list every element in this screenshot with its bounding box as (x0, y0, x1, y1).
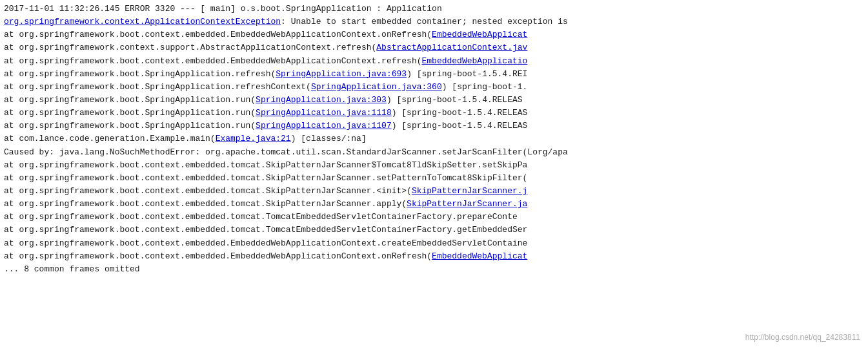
log-line-stack-16: at org.springframework.boot.context.embe… (4, 198, 864, 211)
log-line-stack-18: at org.springframework.boot.context.embe… (4, 224, 864, 237)
watermark: http://blog.csdn.net/qq_24283811 (745, 333, 860, 342)
log-line-stack-19: at org.springframework.boot.context.embe… (4, 237, 864, 250)
stack-link-6[interactable]: SpringApplication.java:693 (276, 69, 407, 79)
stack-text-7: at org.springframework.boot.SpringApplic… (4, 82, 311, 92)
log-line-stack-3: at org.springframework.boot.context.embe… (4, 28, 864, 41)
log-line-omitted: ... 8 common frames omitted (4, 263, 864, 276)
log-line-exception-root: org.springframework.context.ApplicationC… (4, 16, 864, 28)
stack-indent: at org.springframework.context.support.A… (4, 43, 376, 52)
stack-link-10[interactable]: SpringApplication.java:1107 (256, 121, 392, 131)
caused-by-text: Caused by: java.lang.NoSuchMethodError: … (4, 147, 568, 157)
log-line-header: 2017-11-01 11:32:26.145 ERROR 3320 --- [… (4, 3, 864, 16)
log-line-caused-by: Caused by: java.lang.NoSuchMethodError: … (4, 146, 864, 159)
log-line-stack-13: at org.springframework.boot.context.embe… (4, 159, 864, 172)
stack-text-11: at com.lance.code.generation.Example.mai… (4, 134, 216, 143)
stack-text-15: at org.springframework.boot.context.embe… (4, 186, 412, 196)
log-line-stack-10: at org.springframework.boot.SpringApplic… (4, 120, 864, 132)
stack-plain-13: at org.springframework.boot.context.embe… (4, 160, 527, 170)
log-line-stack-6: at org.springframework.boot.SpringApplic… (4, 68, 864, 81)
exception-class-link[interactable]: org.springframework.context.ApplicationC… (4, 17, 281, 26)
log-line-stack-15: at org.springframework.boot.context.embe… (4, 185, 864, 198)
stack-link-5[interactable]: EmbeddedWebApplicatio (422, 56, 528, 66)
stack-text-20: at org.springframework.boot.context.embe… (4, 251, 432, 261)
stack-text-10: at org.springframework.boot.SpringApplic… (4, 121, 256, 131)
log-line-stack-7: at org.springframework.boot.SpringApplic… (4, 81, 864, 94)
stack-link-9[interactable]: SpringApplication.java:1118 (256, 108, 392, 118)
stack-suffix-7: ) [spring-boot-1. (442, 82, 528, 92)
stack-suffix-11: ) [classes/:na] (291, 134, 367, 143)
stack-link-8[interactable]: SpringApplication.java:303 (256, 95, 387, 105)
stack-indent: at org.springframework.boot.context.embe… (4, 30, 432, 39)
stack-plain-17: at org.springframework.boot.context.embe… (4, 212, 518, 222)
log-line-stack-11: at com.lance.code.generation.Example.mai… (4, 132, 864, 145)
omitted-text: ... 8 common frames omitted (4, 264, 140, 274)
stack-link-15[interactable]: SkipPatternJarScanner.j (412, 186, 527, 196)
stack-link-3[interactable]: EmbeddedWebApplicat (432, 30, 527, 39)
exception-suffix: : Unable to start embedded container; ne… (281, 17, 568, 26)
stack-link-16[interactable]: SkipPatternJarScanner.ja (407, 199, 527, 209)
log-line-stack-8: at org.springframework.boot.SpringApplic… (4, 94, 864, 107)
console-output: 2017-11-01 11:32:26.145 ERROR 3320 --- [… (0, 0, 868, 347)
log-line-stack-20: at org.springframework.boot.context.embe… (4, 250, 864, 263)
stack-text-16: at org.springframework.boot.context.embe… (4, 199, 407, 209)
log-line-stack-17: at org.springframework.boot.context.embe… (4, 211, 864, 224)
stack-suffix-10: ) [spring-boot-1.5.4.RELEAS (392, 121, 528, 131)
stack-suffix-8: ) [spring-boot-1.5.4.RELEAS (387, 95, 523, 105)
stack-text-6: at org.springframework.boot.SpringApplic… (4, 69, 276, 79)
stack-suffix-9: ) [spring-boot-1.5.4.RELEAS (392, 108, 528, 118)
stack-link-20[interactable]: EmbeddedWebApplicat (432, 251, 527, 261)
stack-link-7[interactable]: SpringApplication.java:360 (311, 82, 442, 92)
log-line-stack-14: at org.springframework.boot.context.embe… (4, 172, 864, 185)
log-timestamp: 2017-11-01 11:32:26.145 ERROR 3320 --- [… (4, 4, 442, 14)
log-line-stack-5: at org.springframework.boot.context.embe… (4, 55, 864, 68)
log-line-stack-4: at org.springframework.context.support.A… (4, 41, 864, 54)
stack-link-11[interactable]: Example.java:21 (216, 134, 291, 143)
stack-text-9: at org.springframework.boot.SpringApplic… (4, 108, 256, 118)
stack-plain-18: at org.springframework.boot.context.embe… (4, 225, 527, 235)
log-line-stack-9: at org.springframework.boot.SpringApplic… (4, 107, 864, 120)
stack-indent: at org.springframework.boot.context.embe… (4, 56, 422, 66)
stack-plain-14: at org.springframework.boot.context.embe… (4, 173, 527, 183)
stack-suffix-6: ) [spring-boot-1.5.4.REI (407, 69, 527, 79)
stack-plain-19: at org.springframework.boot.context.embe… (4, 238, 527, 248)
stack-text-8: at org.springframework.boot.SpringApplic… (4, 95, 256, 105)
stack-link-4[interactable]: AbstractApplicationContext.jav (376, 43, 527, 52)
